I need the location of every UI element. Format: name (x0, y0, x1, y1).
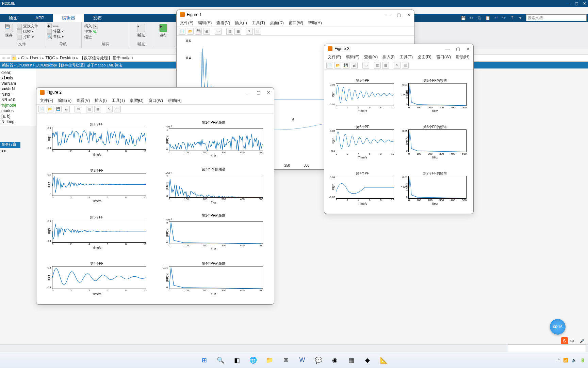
open-icon[interactable]: 📂 (187, 28, 194, 35)
compare-button[interactable]: 比较▾ (17, 29, 38, 34)
open-icon[interactable]: 📂 (334, 62, 341, 69)
status-field[interactable] (508, 344, 586, 352)
layout-icon[interactable]: ▥ (374, 62, 381, 69)
layout-icon[interactable]: ▥ (226, 28, 233, 35)
breakpoint-button[interactable]: ● 断点 (132, 23, 150, 39)
save-button[interactable]: 💾 保存 (3, 23, 15, 40)
timer-badge[interactable]: 00:16 (550, 319, 566, 335)
close-icon[interactable]: ✕ (407, 12, 411, 17)
rect-icon[interactable]: ▭ (215, 28, 222, 35)
close-icon[interactable]: ✕ (466, 46, 470, 51)
mic-icon[interactable]: 🎤 (579, 339, 585, 343)
figure3-titlebar[interactable]: Figure 3 —▢✕ (324, 44, 473, 53)
explorer-icon[interactable]: 📁 (263, 353, 276, 367)
close-icon[interactable]: ✕ (583, 1, 586, 6)
print-button[interactable]: 打印▾ (17, 34, 38, 40)
taskbar[interactable]: ⊞ 🔍 ◧ 🌐 📁 ✉ W 💬 ◉ ▦ ◆ 📐 ^ 📶 🔈 🔋 (0, 352, 588, 368)
start-icon[interactable]: ⊞ (197, 353, 211, 367)
back-icon[interactable]: ⇦ (2, 56, 5, 60)
maximize-icon[interactable]: ▢ (456, 46, 460, 51)
layout2-icon[interactable]: ▦ (382, 62, 389, 69)
cursor-icon[interactable]: ↖ (394, 62, 401, 69)
figure-2-window[interactable]: Figure 2 —▢✕ 文件(F)编辑(E)查看(V)插入(I)工具(T)桌面… (36, 87, 274, 305)
layout2-icon[interactable]: ▦ (94, 106, 101, 112)
maximize-icon[interactable]: ▢ (257, 90, 261, 95)
close-icon[interactable]: ✕ (267, 90, 271, 95)
goto-text[interactable]: 转至▾ (47, 29, 79, 34)
cursor-icon[interactable]: ↖ (246, 28, 253, 35)
save-icon[interactable]: 💾 (195, 28, 202, 35)
undo-icon[interactable]: ↶ (493, 15, 499, 21)
rect-icon[interactable]: ▭ (362, 62, 369, 69)
fwd-icon[interactable]: ⇨ (7, 56, 10, 60)
minimize-icon[interactable]: — (386, 12, 391, 17)
wechat-icon[interactable]: 💬 (312, 353, 325, 367)
maximize-icon[interactable]: ▢ (397, 12, 401, 17)
quick-access-icons: 💾 ✂ ⎘ 📋 ↶ ↷ ? ▾ (460, 14, 523, 22)
sogou-icon[interactable]: S (561, 337, 568, 345)
dropdown-icon[interactable]: ▾ (517, 15, 523, 21)
print-icon[interactable]: 🖨 (203, 28, 210, 35)
figure1-titlebar[interactable]: Figure 1 —▢✕ (177, 10, 414, 19)
copy-icon[interactable]: ⎘ (476, 15, 483, 21)
insert-button[interactable]: 插入 fx (84, 24, 126, 29)
ime-bar[interactable]: S 中 , 🎤 (561, 337, 585, 345)
new-icon[interactable]: 📄 (179, 28, 185, 35)
cursor-icon[interactable]: ↖ (106, 106, 113, 112)
run-button[interactable]: ▶ 运行 (156, 23, 171, 39)
open-icon[interactable]: 📂 (47, 106, 53, 112)
word-icon[interactable]: W (295, 353, 309, 367)
volume-icon[interactable]: 🔈 (572, 358, 577, 363)
props-icon[interactable]: ☰ (114, 106, 121, 112)
rect-icon[interactable]: ▭ (75, 106, 81, 112)
chevron-up-icon[interactable]: ^ (558, 358, 560, 363)
save-icon[interactable]: 💾 (343, 62, 349, 69)
wifi-icon[interactable]: 📶 (563, 358, 568, 363)
subplot: 第4个PF 0.10-0.1 PF4 0246810 Time/s (39, 256, 154, 302)
paste-icon[interactable]: 📋 (485, 15, 491, 21)
tab-publish[interactable]: 发布 (84, 14, 111, 22)
minimize-icon[interactable]: — (566, 1, 570, 6)
props-icon[interactable]: ☰ (254, 28, 261, 35)
layout-icon[interactable]: ▥ (86, 106, 93, 112)
minimize-icon[interactable]: — (445, 46, 450, 51)
figure2-titlebar[interactable]: Figure 2 —▢✕ (36, 88, 274, 97)
minimize-icon[interactable]: — (246, 90, 250, 95)
search-input[interactable] (526, 14, 587, 21)
mail-icon[interactable]: ✉ (279, 353, 293, 367)
system-tray[interactable]: ^ 📶 🔈 🔋 (558, 358, 585, 363)
taskview-icon[interactable]: ◧ (230, 353, 244, 367)
tab-plot[interactable]: 绘图 (0, 14, 27, 22)
print-icon[interactable]: 🖨 (351, 62, 358, 69)
goto-button[interactable]: ◆⇐⇒ (47, 24, 79, 28)
tab-editor[interactable]: 编辑器 (53, 14, 84, 22)
chrome-icon[interactable]: ◉ (328, 353, 342, 367)
cmd-prompt[interactable]: >> (0, 149, 36, 155)
maximize-icon[interactable]: ▢ (575, 1, 578, 6)
save-icon[interactable]: 💾 (55, 106, 62, 112)
app-icon[interactable]: ▦ (344, 353, 358, 367)
comment-button[interactable]: 注释 % (84, 29, 126, 34)
save-icon[interactable]: 💾 (460, 15, 466, 21)
findfiles-button[interactable]: 查找文件 (17, 24, 38, 29)
edge-icon[interactable]: 🌐 (246, 353, 260, 367)
props-icon[interactable]: ☰ (402, 62, 409, 69)
code-editor[interactable]: clear; x1=xls VarNam x=VarN Nstd = NR =1… (0, 68, 36, 126)
print-icon[interactable]: 🖨 (63, 106, 70, 112)
help-icon[interactable]: ? (509, 15, 515, 21)
search-icon[interactable]: 🔍 (214, 353, 227, 367)
new-icon[interactable]: 📄 (326, 62, 333, 69)
indent-button[interactable]: 缩进 (84, 34, 126, 40)
matlab-taskbar-icon[interactable]: 📐 (377, 353, 391, 367)
app2-icon[interactable]: ◆ (361, 353, 374, 367)
find-button[interactable]: 🔍查找▾ (47, 34, 79, 39)
redo-icon[interactable]: ↷ (501, 15, 507, 21)
tab-app[interactable]: APP (27, 14, 53, 22)
subplot: 第4个PF的频谱 0.0100 |PF(f)| 0100200300400500… (156, 256, 271, 302)
subplot: 第2个PF 0.200 PF2 0246810 Time/s (39, 163, 154, 209)
layout2-icon[interactable]: ▦ (234, 28, 241, 35)
cut-icon[interactable]: ✂ (468, 15, 474, 21)
new-icon[interactable]: 📄 (38, 106, 45, 112)
figure-3-window[interactable]: Figure 3 —▢✕ 文件(F)编辑(E)查看(V)插入(I)工具(T)桌面… (324, 44, 474, 214)
battery-icon[interactable]: 🔋 (580, 358, 585, 363)
